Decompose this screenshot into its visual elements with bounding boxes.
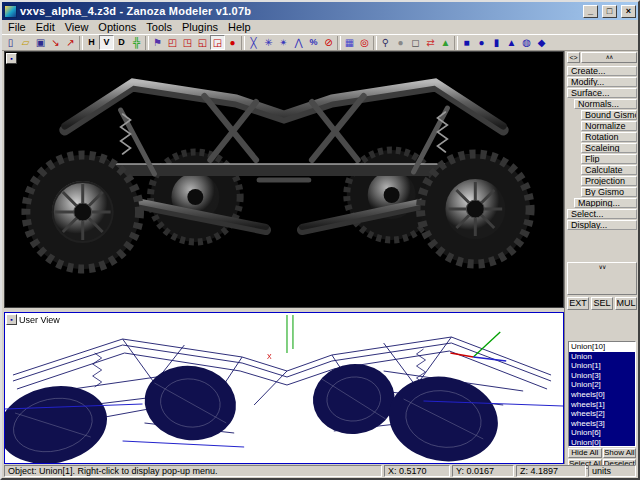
sidebar-item-projection[interactable]: Projection xyxy=(581,176,637,186)
sidebar-item-rotation[interactable]: Rotation xyxy=(581,132,637,142)
flag-icon[interactable]: ⚑ xyxy=(150,35,165,50)
sidebar-item-bound-gismo[interactable]: Bound Gismo xyxy=(581,110,637,120)
sel-mode-button[interactable]: SEL xyxy=(591,297,613,310)
view-box-top-icon[interactable]: ◱ xyxy=(195,35,210,50)
sidebar-item-mapping[interactable]: Mapping... xyxy=(574,198,637,208)
render-viewport-menu-button[interactable]: ▪ xyxy=(6,53,17,64)
menu-plugins[interactable]: Plugins xyxy=(177,21,223,34)
h-view-button[interactable]: H xyxy=(84,35,99,50)
status-x-coordinate: X: 0.5170 xyxy=(384,465,450,477)
select-cross-icon[interactable]: ╳ xyxy=(246,35,261,50)
toolbar-separator xyxy=(241,36,245,50)
object-list-item[interactable]: wheels[2] xyxy=(569,409,635,419)
object-list-item[interactable]: Union[3] xyxy=(569,371,635,381)
minimize-button[interactable]: _ xyxy=(583,5,598,18)
origin-axis: X xyxy=(267,315,293,360)
object-list[interactable]: Union[10] Union Union[1] Union[3] Union[… xyxy=(568,341,636,447)
primitive-cylinder-icon[interactable]: ▮ xyxy=(489,35,504,50)
maximize-button[interactable]: □ xyxy=(602,5,617,18)
menu-options[interactable]: Options xyxy=(93,21,141,34)
sidebar-item-flip[interactable]: Flip xyxy=(581,154,637,164)
target-icon[interactable]: ◎ xyxy=(357,35,372,50)
rotate-star-icon[interactable]: ✴ xyxy=(276,35,291,50)
axis-gizmo xyxy=(450,332,506,361)
sidebar-item-normals[interactable]: Normals... xyxy=(574,99,637,109)
import-icon[interactable]: ↘ xyxy=(48,35,63,50)
percent-icon[interactable]: % xyxy=(306,35,321,50)
view-box-side-icon[interactable]: ◳ xyxy=(180,35,195,50)
sidebar-item-normalize[interactable]: Normalize xyxy=(581,121,637,131)
render-sphere-icon[interactable]: ● xyxy=(225,35,240,50)
show-all-button[interactable]: Show All xyxy=(603,448,637,458)
primitive-geosphere-icon[interactable]: ◆ xyxy=(534,35,549,50)
sidebar-item-display[interactable]: Display... xyxy=(567,220,637,230)
object-list-item[interactable]: Union[6] xyxy=(569,428,635,438)
object-list-item[interactable]: Union[0] xyxy=(569,438,635,447)
sidebar-item-calculate[interactable]: Calculate xyxy=(581,165,637,175)
view-box-user-icon[interactable]: ◲ xyxy=(210,35,225,50)
d-view-button[interactable]: D xyxy=(114,35,129,50)
app-window: vxvs_alpha_4.z3d - Zanoza Modeler v1.07b… xyxy=(0,0,640,480)
toolbar-separator xyxy=(79,36,83,50)
move-star-icon[interactable]: ✳ xyxy=(261,35,276,50)
zoom-tool-icon[interactable]: ⚲ xyxy=(378,35,393,50)
panel-corner-button[interactable]: <> xyxy=(567,52,580,63)
object-list-item[interactable]: Union[1] xyxy=(569,361,635,371)
axes-toggle-icon[interactable]: ╬ xyxy=(129,35,144,50)
export-icon[interactable]: ↗ xyxy=(63,35,78,50)
menu-tools[interactable]: Tools xyxy=(141,21,177,34)
hide-all-button[interactable]: Hide All xyxy=(568,448,602,458)
menu-file[interactable]: File xyxy=(3,21,31,34)
user-view-label: User View xyxy=(19,315,60,325)
sidebar-item-select[interactable]: Select... xyxy=(567,209,637,219)
swap-arrows-icon[interactable]: ⇄ xyxy=(423,35,438,50)
sidebar-item-scaleing[interactable]: Scaleing xyxy=(581,143,637,153)
panel-collapse-up-button[interactable]: ∧∧ xyxy=(581,52,637,63)
viewport-column: ▪ xyxy=(2,51,564,464)
sidebar-item-surface[interactable]: Surface... xyxy=(567,88,637,98)
terrain-icon[interactable]: ▲ xyxy=(438,35,453,50)
wireframe-scene: X xyxy=(5,313,563,463)
sidebar-item-modify[interactable]: Modify... xyxy=(567,77,637,87)
disable-icon[interactable]: ⊘ xyxy=(321,35,336,50)
wheel-front-right xyxy=(421,154,531,264)
window-title: vxvs_alpha_4.z3d - Zanoza Modeler v1.07b xyxy=(20,5,579,17)
panel-collapse-down-button[interactable]: ∨∨ xyxy=(567,262,637,295)
render-viewport[interactable]: ▪ xyxy=(4,51,564,308)
object-list-item[interactable]: Union[10] xyxy=(569,342,635,352)
wire-box-icon[interactable]: ◻ xyxy=(408,35,423,50)
bend-icon[interactable]: ⋀ xyxy=(291,35,306,50)
object-list-item[interactable]: Union xyxy=(569,352,635,362)
render-scene xyxy=(5,52,563,307)
sidebar-item-create[interactable]: Create... xyxy=(567,66,637,76)
menu-help[interactable]: Help xyxy=(223,21,256,34)
toolbar-separator xyxy=(454,36,458,50)
primitive-box-icon[interactable]: ■ xyxy=(459,35,474,50)
save-file-icon[interactable]: ▣ xyxy=(33,35,48,50)
object-list-item[interactable]: wheels[1] xyxy=(569,400,635,410)
close-button[interactable]: × xyxy=(621,5,636,18)
toolbar: ▯ ▱ ▣ ↘ ↗ H V D ╬ ⚑ ◰ ◳ ◱ ◲ ● ╳ ✳ ✴ ⋀ % … xyxy=(2,34,638,51)
open-folder-icon[interactable]: ▱ xyxy=(18,35,33,50)
ext-mode-button[interactable]: EXT xyxy=(567,297,589,310)
object-list-item[interactable]: wheels[3] xyxy=(569,419,635,429)
v-view-button[interactable]: V xyxy=(99,35,114,50)
shaded-sphere-icon[interactable]: ● xyxy=(393,35,408,50)
new-file-icon[interactable]: ▯ xyxy=(3,35,18,50)
menu-view[interactable]: View xyxy=(60,21,94,34)
primitive-sphere-icon[interactable]: ● xyxy=(474,35,489,50)
mul-mode-button[interactable]: MUL xyxy=(615,297,637,310)
user-view-viewport[interactable]: X ▪ User View xyxy=(4,312,564,464)
primitive-torus-icon[interactable]: ◍ xyxy=(519,35,534,50)
status-z-coordinate: Z: 4.1897 xyxy=(516,465,586,477)
menu-edit[interactable]: Edit xyxy=(31,21,60,34)
status-units: units xyxy=(588,465,636,477)
selection-grid-icon[interactable]: ▦ xyxy=(342,35,357,50)
object-list-item[interactable]: wheels[0] xyxy=(569,390,635,400)
primitive-cone-icon[interactable]: ▲ xyxy=(504,35,519,50)
view-box-front-icon[interactable]: ◰ xyxy=(165,35,180,50)
object-list-item[interactable]: Union[2] xyxy=(569,380,635,390)
sidebar-item-by-gismo[interactable]: By Gismo xyxy=(581,187,637,197)
menubar: File Edit View Options Tools Plugins Hel… xyxy=(2,20,638,34)
user-view-menu-button[interactable]: ▪ xyxy=(6,314,17,325)
